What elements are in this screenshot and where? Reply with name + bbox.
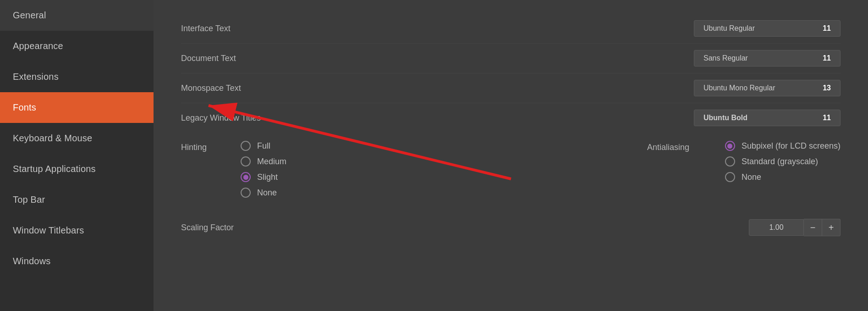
scaling-value: 1.00 bbox=[749, 219, 804, 236]
font-size-label: 11 bbox=[823, 114, 831, 122]
font-name-label: Ubuntu Mono Regular bbox=[703, 84, 813, 92]
antialiasing-section: Antialiasing Subpixel (for LCD screens)S… bbox=[647, 141, 841, 182]
font-size-label: 11 bbox=[823, 54, 831, 62]
hinting-option-none[interactable]: None bbox=[241, 188, 286, 198]
hinting-option-medium[interactable]: Medium bbox=[241, 156, 286, 167]
font-row-interface-text: Interface TextUbuntu Regular11 bbox=[181, 14, 841, 44]
radio-circle bbox=[241, 172, 251, 182]
scaling-label: Scaling Factor bbox=[181, 223, 234, 233]
hinting-option-slight[interactable]: Slight bbox=[241, 172, 286, 182]
scaling-control: 1.00 − + bbox=[749, 219, 841, 236]
font-name-label: Ubuntu Bold bbox=[703, 114, 813, 122]
antialiasing-option-standard-grayscale[interactable]: Standard (grayscale) bbox=[725, 156, 841, 167]
scaling-increment-button[interactable]: + bbox=[822, 219, 841, 236]
radio-label: Slight bbox=[257, 172, 278, 182]
sidebar-item-appearance[interactable]: Appearance bbox=[0, 31, 154, 61]
radio-label: Subpixel (for LCD screens) bbox=[742, 141, 841, 151]
hinting-section: Hinting FullMediumSlightNone bbox=[181, 141, 286, 198]
font-picker-button[interactable]: Ubuntu Mono Regular13 bbox=[694, 80, 841, 96]
options-row: Hinting FullMediumSlightNone Antialiasin… bbox=[181, 133, 841, 206]
font-size-label: 11 bbox=[823, 24, 831, 33]
radio-circle bbox=[241, 141, 251, 151]
font-label: Interface Text bbox=[181, 24, 309, 33]
sidebar-item-general[interactable]: General bbox=[0, 0, 154, 31]
font-row-document-text: Document TextSans Regular11 bbox=[181, 44, 841, 73]
font-picker-button[interactable]: Ubuntu Regular11 bbox=[694, 20, 841, 37]
sidebar-item-extensions[interactable]: Extensions bbox=[0, 61, 154, 92]
radio-label: Medium bbox=[257, 157, 286, 167]
hinting-radio-group: FullMediumSlightNone bbox=[241, 141, 286, 198]
font-row-legacy-window-titles: Legacy Window TitlesUbuntu Bold11 bbox=[181, 103, 841, 133]
hinting-label: Hinting bbox=[181, 141, 227, 152]
radio-circle bbox=[725, 156, 735, 167]
antialiasing-option-subpixel-for-lcd-screens[interactable]: Subpixel (for LCD screens) bbox=[725, 141, 841, 151]
main-content: Interface TextUbuntu Regular11Document T… bbox=[154, 0, 868, 311]
radio-label: None bbox=[257, 188, 277, 198]
sidebar-item-window-titlebars[interactable]: Window Titlebars bbox=[0, 215, 154, 246]
font-size-label: 13 bbox=[823, 84, 831, 92]
sidebar-item-startup-applications[interactable]: Startup Applications bbox=[0, 154, 154, 184]
radio-circle bbox=[725, 172, 735, 182]
font-label: Document Text bbox=[181, 54, 309, 63]
antialiasing-option-none[interactable]: None bbox=[725, 172, 841, 182]
radio-label: Full bbox=[257, 141, 270, 151]
radio-label: None bbox=[742, 172, 761, 182]
radio-circle bbox=[241, 188, 251, 198]
sidebar-item-windows[interactable]: Windows bbox=[0, 246, 154, 277]
scaling-decrement-button[interactable]: − bbox=[804, 219, 822, 236]
font-label: Legacy Window Titles bbox=[181, 113, 309, 123]
sidebar-item-top-bar[interactable]: Top Bar bbox=[0, 184, 154, 215]
font-label: Monospace Text bbox=[181, 83, 309, 93]
antialiasing-radio-group: Subpixel (for LCD screens)Standard (gray… bbox=[725, 141, 841, 182]
radio-circle bbox=[241, 156, 251, 167]
font-row-monospace-text: Monospace TextUbuntu Mono Regular13 bbox=[181, 73, 841, 103]
font-name-label: Sans Regular bbox=[703, 54, 813, 62]
antialiasing-label: Antialiasing bbox=[647, 141, 711, 152]
sidebar-item-fonts[interactable]: Fonts bbox=[0, 92, 154, 123]
radio-circle bbox=[725, 141, 735, 151]
scaling-row: Scaling Factor 1.00 − + bbox=[181, 211, 841, 244]
font-picker-button[interactable]: Ubuntu Bold11 bbox=[694, 110, 841, 126]
sidebar: GeneralAppearanceExtensionsFontsKeyboard… bbox=[0, 0, 154, 311]
sidebar-item-keyboard-mouse[interactable]: Keyboard & Mouse bbox=[0, 123, 154, 154]
font-picker-button[interactable]: Sans Regular11 bbox=[694, 50, 841, 67]
hinting-option-full[interactable]: Full bbox=[241, 141, 286, 151]
font-name-label: Ubuntu Regular bbox=[703, 24, 813, 33]
radio-label: Standard (grayscale) bbox=[742, 157, 818, 167]
